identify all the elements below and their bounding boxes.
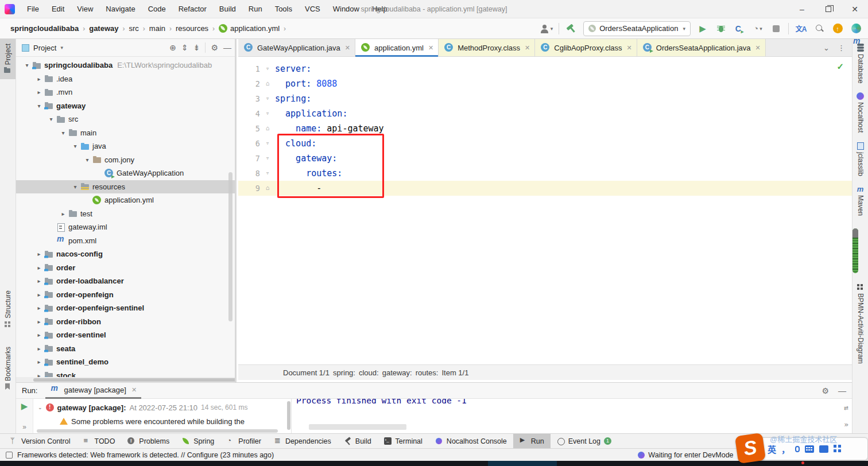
breadcrumb-item[interactable]: resources › <box>176 24 219 33</box>
run-console[interactable]: Process finished with exit code -1 ⇄ » <box>292 399 852 433</box>
tree-row[interactable]: nacos-config <box>16 247 235 261</box>
fold-marker-icon[interactable] <box>260 181 275 196</box>
locate-file-button[interactable]: ⊕ <box>169 43 176 52</box>
collapse-all-button[interactable]: ⇟ <box>193 43 200 52</box>
breadcrumb-item[interactable]: gateway › <box>89 24 129 33</box>
close-tab-icon[interactable]: ✕ <box>131 386 137 394</box>
tree-row[interactable]: src <box>16 112 235 126</box>
tree-row[interactable]: order <box>16 261 235 275</box>
more-actions-icon[interactable]: » <box>844 420 848 429</box>
tree-chevron-icon[interactable] <box>34 251 44 257</box>
tree-row[interactable]: main <box>16 126 235 140</box>
minimize-button[interactable]: – <box>789 0 815 18</box>
tree-chevron-icon[interactable] <box>46 116 56 122</box>
tree-chevron-icon[interactable] <box>34 265 44 271</box>
tree-row[interactable]: pom.xml <box>16 234 235 248</box>
plugin-button[interactable] <box>850 22 862 35</box>
run-tree-vertical-scrollbar[interactable] <box>287 401 290 430</box>
editor-breadcrumb-item[interactable]: Item 1/1 <box>441 368 468 377</box>
tree-chevron-icon[interactable] <box>70 143 80 149</box>
menu-item[interactable]: Edit <box>45 0 71 18</box>
tree-row[interactable]: springcloudalibaba E:\TLWork\springcloud… <box>16 59 235 72</box>
close-tab-icon[interactable]: ✕ <box>525 44 530 52</box>
tree-chevron-icon[interactable] <box>58 130 68 136</box>
tree-chevron-icon[interactable] <box>82 157 92 163</box>
tree-row[interactable]: GateWayApplication <box>16 166 235 180</box>
microphone-icon[interactable] <box>795 446 800 452</box>
tree-chevron-icon[interactable] <box>34 76 44 82</box>
hide-panel-button[interactable]: — <box>838 386 846 395</box>
code-line[interactable]: 1 server: <box>238 61 852 76</box>
tree-row[interactable]: application.yml <box>16 193 235 207</box>
translate-button[interactable]: 文A <box>795 22 807 35</box>
fold-marker-icon[interactable] <box>260 76 275 91</box>
settings-gear-icon[interactable]: ⚙ <box>211 43 218 52</box>
editor-breadcrumb-item[interactable]: cloud: <box>359 368 379 377</box>
stop-button[interactable] <box>770 22 782 35</box>
rerun-button[interactable]: ▶ <box>21 401 28 411</box>
tool-stripe-bookmarks[interactable]: Bookmarks <box>0 342 16 395</box>
editor-breadcrumb-item[interactable]: gateway: <box>382 368 412 377</box>
tool-window-button[interactable]: Profiler <box>220 434 268 448</box>
tool-window-button[interactable]: Build <box>338 434 378 448</box>
fold-marker-icon[interactable] <box>260 61 275 76</box>
tree-row[interactable]: sentinel_demo <box>16 355 235 369</box>
menu-item[interactable]: Navigate <box>99 0 141 18</box>
menu-item[interactable]: Code <box>142 0 172 18</box>
clipboard-icon[interactable] <box>819 445 828 453</box>
tool-window-button[interactable]: Version Control <box>3 434 76 448</box>
run-button[interactable]: ▶ <box>696 22 709 35</box>
tree-horizontal-scrollbar[interactable] <box>16 377 235 382</box>
editor-tab[interactable]: application.yml ✕ <box>355 39 439 56</box>
menu-item[interactable]: Refactor <box>172 0 213 18</box>
editor-tab[interactable]: OrdersSeataApplication.java ✕ <box>637 39 766 56</box>
code-line[interactable]: 4 application: <box>238 106 852 121</box>
fold-marker-icon[interactable] <box>260 136 275 151</box>
code-line[interactable]: 6 cloud: <box>238 136 852 151</box>
menu-item[interactable]: File <box>21 0 45 18</box>
keyboard-icon[interactable] <box>805 445 814 453</box>
chevron-down-icon[interactable]: ▾ <box>60 45 63 51</box>
editor-breadcrumb-item[interactable]: Document 1/1 <box>283 368 330 377</box>
run-warning-row[interactable]: Some problems were encountered while bui… <box>37 414 291 428</box>
tree-row[interactable]: seata <box>16 342 235 356</box>
code-line[interactable]: 5 name: api-gateway <box>238 121 852 136</box>
tree-row[interactable]: order-sentinel <box>16 328 235 342</box>
menu-item[interactable]: Build <box>213 0 242 18</box>
tree-chevron-icon[interactable] <box>34 345 44 352</box>
tool-stripe-maven[interactable]: m Maven <box>852 181 868 220</box>
tree-row[interactable]: order-ribbon <box>16 315 235 329</box>
user-profile-button[interactable]: ▾ <box>540 22 553 35</box>
ime-language-toggle[interactable]: 英 <box>768 443 776 455</box>
tree-chevron-icon[interactable] <box>34 332 44 338</box>
breadcrumb-item[interactable]: main › <box>149 24 176 33</box>
code-line[interactable]: 7 gateway: <box>238 151 852 166</box>
project-view-title[interactable]: Project <box>33 44 56 52</box>
tree-chevron-icon[interactable] <box>70 184 80 190</box>
tree-chevron-icon[interactable] <box>58 211 68 217</box>
editor-tab[interactable]: GateWayApplication.java ✕ <box>238 39 355 56</box>
run-tab[interactable]: gateway [package] ✕ <box>45 383 141 399</box>
tool-stripe-bpmn[interactable]: BPMN-Activiti-Diagram <box>852 279 868 368</box>
menu-item[interactable]: Tools <box>269 0 299 18</box>
restore-button[interactable] <box>815 0 842 18</box>
tree-row[interactable]: resources <box>16 180 235 194</box>
ime-grid-icon[interactable] <box>834 445 842 453</box>
breadcrumb-item[interactable]: src › <box>129 24 149 33</box>
tool-window-button[interactable]: Terminal <box>378 434 429 448</box>
tool-stripe-structure[interactable]: Structure <box>0 286 16 333</box>
menu-item[interactable]: Window <box>327 0 366 18</box>
run-with-coverage-button[interactable]: C <box>733 22 746 35</box>
tool-window-button[interactable]: Problems <box>121 434 176 448</box>
update-button[interactable]: ↑ <box>831 22 844 35</box>
close-button[interactable]: ✕ <box>842 0 868 18</box>
tool-window-button[interactable]: Dependencies <box>268 434 338 448</box>
run-tree-horizontal-scrollbar[interactable] <box>37 429 278 433</box>
tool-stripe-nocalhost[interactable]: Nocalhost <box>852 88 868 137</box>
tree-chevron-icon[interactable] <box>34 292 44 298</box>
run-configuration-select[interactable]: OrdersSeataApplication ▾ <box>583 21 691 36</box>
tree-chevron-icon[interactable] <box>22 62 32 68</box>
close-tab-icon[interactable]: ✕ <box>755 44 761 52</box>
menu-item[interactable]: View <box>71 0 99 18</box>
more-actions-icon[interactable]: » <box>22 423 26 431</box>
